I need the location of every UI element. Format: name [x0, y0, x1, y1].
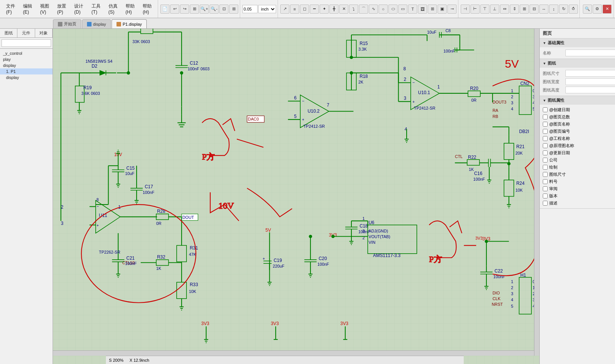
rp-checkbox-schem-name-input[interactable]	[543, 143, 548, 148]
unit-select[interactable]: inch mm	[258, 5, 276, 13]
tab-p1display[interactable]: P1.display	[112, 19, 147, 28]
table-btn[interactable]: ⊞	[428, 5, 437, 14]
rp-checkbox-partno-input[interactable]	[543, 179, 548, 184]
redo-btn[interactable]: ↪	[180, 5, 189, 14]
rp-header-basic[interactable]: 基础属性	[540, 39, 615, 47]
menu-help[interactable]: 帮助(H)	[123, 0, 139, 18]
grid-btn[interactable]: ⊞	[190, 5, 199, 14]
rp-input-height[interactable]	[565, 87, 615, 93]
rp-checkbox-review-label: 审阅	[549, 186, 558, 192]
tree-item-display[interactable]: display	[0, 62, 53, 68]
rp-checkbox-version-input[interactable]	[543, 194, 548, 198]
tree-item-ycontrol[interactable]: _y_control	[0, 50, 53, 56]
rp-checkbox-page-name-input[interactable]	[543, 122, 548, 127]
undo-btn[interactable]: ↩	[170, 5, 179, 14]
horizontal-scrollbar[interactable]	[53, 350, 534, 356]
rp-checkbox-version: 版本	[543, 192, 612, 200]
menu-sim[interactable]: 仿真(S)	[106, 0, 122, 18]
toolbar-place-ops: ↗ ≡ ◻ ━ ✦ ╋ ✕ ⤵ ⌒ ∿ ○ ⬭ ▭ T 🖼 ⊞ ▣ ⊸	[279, 0, 458, 18]
rp-input-size[interactable]	[565, 70, 615, 77]
rotate-btn[interactable]: ↻	[559, 5, 568, 14]
rp-checkbox-create-date-input[interactable]	[543, 107, 548, 112]
align-left-btn[interactable]: ⊣	[461, 5, 470, 14]
svg-text:3: 3	[61, 221, 64, 226]
rp-header-sheet[interactable]: 图纸	[540, 59, 615, 68]
align-right-btn[interactable]: ⊤	[480, 5, 489, 14]
rp-checkbox-page-num-input[interactable]	[543, 129, 548, 134]
align-center-btn[interactable]: ⊢	[471, 5, 480, 14]
rp-checkbox-total-pages-input[interactable]	[543, 115, 548, 119]
ungroup-btn[interactable]: ⊟	[530, 5, 539, 14]
flip-v-btn[interactable]: ↕	[549, 5, 558, 14]
vertical-scrollbar[interactable]	[534, 29, 539, 356]
menu-file[interactable]: 文件(F)	[3, 0, 19, 18]
place-junction-btn[interactable]: ✦	[320, 5, 329, 14]
rp-input-width[interactable]	[565, 78, 615, 85]
svg-text:1N5819WS S4: 1N5819WS S4	[85, 59, 112, 64]
bezier-btn[interactable]: ∿	[369, 5, 378, 14]
place-noconn-btn[interactable]: ✕	[339, 5, 348, 14]
menu-place[interactable]: 放置(P)	[54, 0, 70, 18]
rp-label-height: 图纸高度	[543, 87, 565, 93]
pin-btn[interactable]: ⊸	[447, 5, 457, 14]
rp-checkbox-company-input[interactable]	[543, 158, 548, 163]
dist-v-btn[interactable]: ⇕	[510, 5, 519, 14]
svg-text:100nF 0603: 100nF 0603	[188, 67, 210, 71]
wire-btn2[interactable]: ⤵	[349, 5, 358, 14]
rp-checkbox-review-input[interactable]	[543, 186, 548, 191]
tree-item-p1[interactable]: 1. P1	[0, 68, 53, 74]
svg-point-293	[309, 235, 312, 238]
menu-tools[interactable]: 工具(T)	[89, 0, 105, 18]
tab-display[interactable]: display	[82, 19, 111, 28]
place-netlabel-btn[interactable]: ≡	[290, 5, 299, 14]
zoom-in-btn[interactable]: 🔍+	[200, 5, 209, 14]
lp-tab-components[interactable]: 元件	[17, 29, 35, 37]
tree-item-play[interactable]: play	[0, 56, 53, 62]
rp-input-name[interactable]	[565, 50, 615, 56]
grid-toggle-btn[interactable]: ⊞	[229, 5, 238, 14]
grid-value-input[interactable]	[242, 5, 258, 13]
text-btn[interactable]: T	[408, 5, 417, 14]
svg-text:1: 1	[362, 216, 365, 221]
menu-help2[interactable]: 帮助(H)	[140, 0, 156, 18]
image-btn[interactable]: 🖼	[418, 5, 427, 14]
tree-item-display2[interactable]: display	[0, 74, 53, 81]
group-btn[interactable]: ⊞	[520, 5, 529, 14]
rp-checkbox-desc-input[interactable]	[543, 201, 548, 206]
mirror-btn[interactable]: ⥀	[569, 5, 578, 14]
close-btn[interactable]: ✕	[603, 5, 612, 14]
menu-design[interactable]: 设计(D)	[71, 0, 88, 18]
left-search-input[interactable]	[2, 39, 51, 47]
lp-tab-objects[interactable]: 对象	[35, 29, 53, 37]
menu-view[interactable]: 视图(V)	[37, 0, 53, 18]
settings-btn[interactable]: ⚙	[593, 5, 602, 14]
flip-h-btn[interactable]: ↔	[539, 5, 548, 14]
arc-btn[interactable]: ⌒	[359, 5, 368, 14]
circle-btn[interactable]: ○	[379, 5, 388, 14]
rp-checkbox-sheet-size-input[interactable]	[543, 172, 548, 177]
menu-edit[interactable]: 编辑(E)	[20, 0, 36, 18]
align-top-btn[interactable]: ⊥	[490, 5, 499, 14]
lp-tab-sheets[interactable]: 图纸	[0, 29, 17, 37]
new-btn[interactable]: 📄	[160, 5, 169, 14]
rp-header-sheetprop[interactable]: 图纸属性	[540, 96, 615, 105]
place-comp-btn[interactable]: ◻	[300, 5, 309, 14]
zoom-fit-btn[interactable]: ⊡	[219, 5, 228, 14]
dist-h-btn[interactable]: ⇔	[500, 5, 509, 14]
ellipse-btn[interactable]: ⬭	[388, 5, 398, 14]
zoom-out-btn[interactable]: 🔍-	[210, 5, 219, 14]
schframe-btn[interactable]: ▣	[438, 5, 447, 14]
tab-start[interactable]: 开始页	[53, 19, 81, 28]
rect-btn[interactable]: ▭	[398, 5, 407, 14]
canvas-area[interactable]: R14 33K 0603 D2 1N5819WS S4 R19 3.6K 060…	[53, 29, 539, 364]
search-btn[interactable]: 🔍	[583, 5, 592, 14]
rp-checkbox-drawn-input[interactable]	[543, 165, 548, 170]
rp-checkbox-proj-name-input[interactable]	[543, 136, 548, 141]
place-wire-btn[interactable]: ↗	[280, 5, 289, 14]
rp-checkbox-company-label: 公司	[549, 157, 558, 163]
main-layout: 图纸 元件 对象 _y_control play display 1. P1 d…	[0, 29, 615, 364]
place-bus-btn[interactable]: ━	[310, 5, 319, 14]
svg-text:P方: P方	[429, 255, 442, 264]
rp-checkbox-update-date-input[interactable]	[543, 150, 548, 155]
place-cross-btn[interactable]: ╋	[329, 5, 339, 14]
